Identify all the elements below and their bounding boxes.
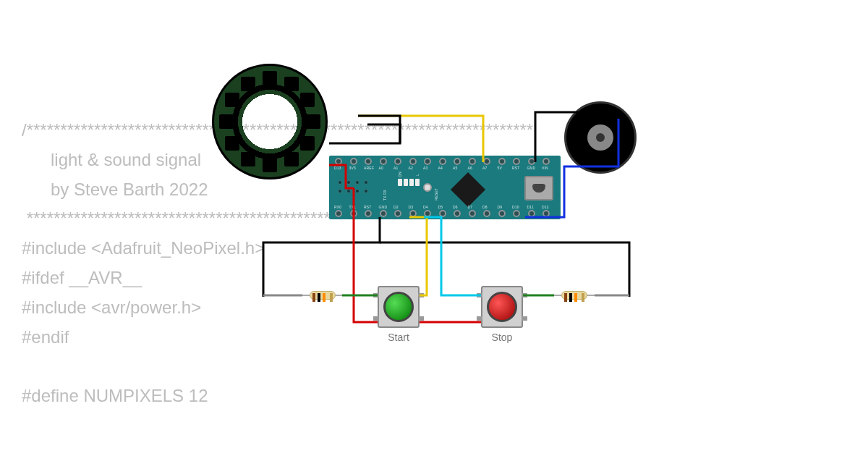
nano-pin-a5[interactable] [454, 158, 461, 165]
circuit-diagram: TX RX RESET ON L D133V3AREFA0A1A2A3A4A5A… [0, 0, 868, 456]
pin-label: D10 [512, 205, 519, 209]
pin-label: D11 [527, 205, 535, 209]
nano-pin-d7[interactable] [469, 210, 476, 217]
arduino-nano[interactable]: TX RX RESET ON L D133V3AREFA0A1A2A3A4A5A… [329, 156, 561, 219]
pin-label: RST [364, 205, 372, 209]
start-button-label: Start [377, 332, 420, 343]
status-leds-icon [398, 179, 420, 196]
pin-label: 5V [498, 166, 503, 170]
wires-layer [0, 0, 868, 456]
pin-label: RST [512, 166, 520, 170]
pin-label: A5 [453, 166, 458, 170]
pin-label: RX0 [334, 205, 341, 209]
pin-label: A0 [379, 166, 384, 170]
nano-pin-5v[interactable] [498, 158, 506, 165]
nano-pin-d2[interactable] [394, 210, 401, 217]
nano-pin-d8[interactable] [483, 210, 490, 217]
start-button[interactable] [378, 286, 420, 328]
nano-pin-d6[interactable] [454, 210, 461, 217]
nano-pin-tx1[interactable] [350, 210, 357, 217]
nano-pin-a3[interactable] [424, 158, 431, 165]
pin-label: TX1 [349, 205, 357, 209]
reset-button[interactable] [423, 183, 432, 192]
stop-button[interactable] [481, 286, 523, 328]
nano-pin-aref[interactable] [365, 158, 372, 165]
nano-pin-a2[interactable] [409, 158, 417, 165]
pin-label: D5 [438, 205, 443, 209]
piezo-buzzer[interactable] [564, 101, 637, 174]
resistor-left[interactable] [302, 290, 343, 301]
nano-pin-rst[interactable] [513, 158, 520, 165]
button-cap-icon [487, 292, 517, 322]
nano-pin-gnd[interactable] [528, 158, 535, 165]
nano-pin-vin[interactable] [542, 158, 550, 165]
pin-label: D7 [468, 205, 473, 209]
pin-label: D3 [409, 205, 414, 209]
nano-pin-rx0[interactable] [335, 210, 342, 217]
nano-pin-d4[interactable] [424, 210, 431, 217]
nano-pin-gnd[interactable] [380, 210, 387, 217]
nano-pin-d9[interactable] [498, 210, 506, 217]
nano-pin-a1[interactable] [394, 158, 401, 165]
nano-pin-a6[interactable] [469, 158, 476, 165]
nano-pin-a0[interactable] [380, 158, 387, 165]
pin-label: A1 [393, 166, 399, 170]
nano-pin-d12[interactable] [542, 210, 550, 217]
button-cap-icon [383, 292, 414, 322]
nano-pin-d3[interactable] [409, 210, 417, 217]
nano-pin-d5[interactable] [439, 210, 446, 217]
nano-pin-a4[interactable] [439, 158, 446, 165]
pin-label: A3 [423, 166, 428, 170]
pin-label: VIN [542, 166, 548, 170]
nano-pin-a7[interactable] [483, 158, 490, 165]
pin-label: AREF [364, 166, 374, 170]
pin-label: D13 [334, 166, 341, 170]
stop-button-label: Stop [480, 332, 524, 343]
pin-label: D4 [423, 205, 428, 209]
pin-label: A6 [468, 166, 473, 170]
pin-label: D6 [453, 205, 458, 209]
usb-port-icon [524, 176, 553, 200]
pin-label: A2 [409, 166, 414, 170]
pin-label: 3V3 [349, 166, 357, 170]
pin-label: D2 [393, 205, 399, 209]
nano-pin-3v3[interactable] [350, 158, 357, 165]
pin-label: GND [527, 166, 536, 170]
pin-label: D9 [498, 205, 503, 209]
neopixel-ring[interactable] [212, 64, 328, 180]
resistor-right[interactable] [554, 290, 595, 301]
pin-label: A7 [482, 166, 488, 170]
nano-pin-d13[interactable] [335, 158, 342, 165]
icsp-header-icon [336, 179, 373, 196]
nano-pin-d10[interactable] [513, 210, 520, 217]
pin-label: GND [379, 205, 388, 209]
mcu-chip-icon [451, 172, 485, 207]
pin-label: D8 [482, 205, 488, 209]
nano-pin-d11[interactable] [528, 210, 535, 217]
nano-pin-rst[interactable] [365, 210, 372, 217]
pin-label: D12 [542, 205, 549, 209]
pin-label: A4 [438, 166, 443, 170]
